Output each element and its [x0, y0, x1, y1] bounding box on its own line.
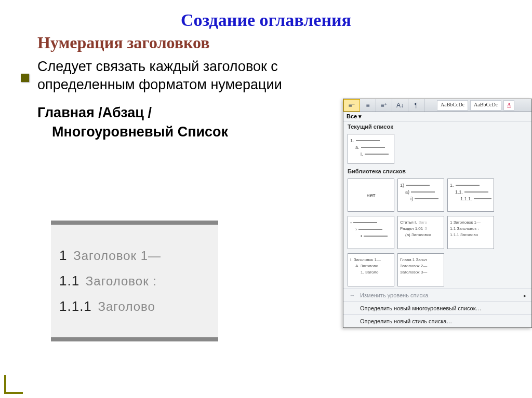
- corner-decoration: [4, 375, 23, 394]
- t21-b: ›: [355, 227, 357, 232]
- t22-c: (a) Заголовок: [405, 232, 431, 237]
- thumb-bullets[interactable]: ◦ › •: [348, 216, 394, 249]
- thumb-none-label: нет: [348, 179, 394, 211]
- ribbon-toolbar: ≡⁻ ≡ ≡⁺ A↓ ¶ AaBbCcDc AaBbCcDc A: [343, 99, 531, 112]
- t32-c: Заголовок 3—: [400, 270, 427, 275]
- sample-row-3: 1.1.1 Заголово: [59, 298, 215, 314]
- menu-define-new-multilevel[interactable]: Определить новый многоуровневый список…: [343, 301, 531, 314]
- thumb-article[interactable]: Статья I.Заго Раздел 1.01З (a) Заголовок: [397, 216, 444, 249]
- menu-change-level-label: Изменить уровень списка: [360, 292, 428, 298]
- define-list-icon: [349, 305, 356, 312]
- style-preview-1[interactable]: AaBbCcDc: [437, 100, 468, 111]
- t32-b: Заголовок 2—: [400, 264, 427, 268]
- thumb-roman-heading[interactable]: I. Заголовок 1— A. Заголово 1. Заголо: [348, 253, 394, 286]
- thumb-decimal[interactable]: 1. 1.1. 1.1.1.: [447, 179, 494, 212]
- cur-l1: 1.: [350, 138, 354, 143]
- multilevel-list-icon[interactable]: ≡⁻: [343, 99, 360, 112]
- t12-c: i): [410, 196, 413, 201]
- sample-num-2: 1.1: [59, 273, 79, 289]
- thumb-chapter[interactable]: Глава 1 Загол Заголовок 2— Заголовок 3—: [397, 253, 444, 286]
- t22-a: Статья I.: [400, 220, 417, 225]
- sample-text-2: Заголовок :: [86, 274, 157, 288]
- style-preview-3[interactable]: A: [503, 100, 514, 111]
- t12-a: 1): [400, 183, 404, 188]
- thumb-heading-decimal[interactable]: 1 Заголовок 1— 1.1 Заголовок : 1.1.1 Заг…: [447, 216, 494, 249]
- t23-b: 1.1 Заголовок :: [450, 226, 478, 231]
- t23-a: 1 Заголовок 1—: [450, 220, 481, 225]
- t13-a: 1.: [450, 183, 454, 188]
- thumb-none[interactable]: нет: [348, 179, 394, 212]
- path-line1: Главная /Абзац /: [37, 105, 152, 120]
- submenu-arrow-icon: ▸: [524, 293, 526, 298]
- style-preview-2[interactable]: AaBbCcDc: [470, 100, 501, 111]
- sort-icon[interactable]: A↓: [392, 99, 408, 112]
- increase-indent-icon[interactable]: ≡⁺: [376, 99, 392, 112]
- t21-c: •: [361, 234, 362, 239]
- sample-num-3: 1.1.1: [59, 298, 92, 314]
- section-current-list: Текущий список: [343, 121, 531, 132]
- t12-b: a): [405, 189, 409, 195]
- t13-c: 1.1.1.: [460, 196, 472, 201]
- t21-a: ◦: [350, 220, 352, 225]
- thumb-current[interactable]: 1. a. i.: [348, 134, 394, 164]
- t32-a: Глава 1 Загол: [400, 257, 427, 262]
- t22-b2: З: [424, 226, 427, 231]
- t31-a: I. Заголовок 1—: [350, 257, 381, 262]
- sample-text-1: Заголовок 1—: [73, 249, 161, 263]
- cur-l3: i.: [361, 152, 363, 157]
- sample-text-3: Заголово: [98, 299, 155, 313]
- menu-define-multilevel-label: Определить новый многоуровневый список…: [360, 305, 481, 311]
- t31-b: A. Заголово: [355, 264, 378, 268]
- section-library: Библиотека списков: [343, 166, 531, 176]
- t22-a2: Заго: [418, 220, 427, 225]
- menu-define-new-style[interactable]: Определить новый стиль списка…: [343, 314, 531, 327]
- cur-l2: a.: [355, 145, 360, 150]
- heading-sample-box: 1 Заголовок 1— 1.1 Заголовок : 1.1.1 Заг…: [51, 221, 218, 341]
- sample-num-1: 1: [59, 248, 67, 263]
- menu-change-level: ↔ Изменить уровень списка ▸: [343, 289, 531, 301]
- sample-row-2: 1.1 Заголовок :: [59, 273, 215, 289]
- sample-row-1: 1 Заголовок 1—: [59, 248, 215, 264]
- define-style-icon: [349, 318, 356, 325]
- decrease-indent-icon[interactable]: ≡: [360, 99, 376, 112]
- thumb-paren[interactable]: 1) a) i): [397, 179, 444, 212]
- change-level-icon: ↔: [349, 292, 356, 299]
- show-marks-icon[interactable]: ¶: [408, 99, 424, 112]
- path-line2: Многоуровневый Список: [52, 124, 228, 140]
- bullet-icon: [21, 74, 29, 82]
- multilevel-list-dropdown: ≡⁻ ≡ ≡⁺ A↓ ¶ AaBbCcDc AaBbCcDc A Все ▾ Т…: [343, 99, 532, 328]
- menu-define-style-label: Определить новый стиль списка…: [360, 318, 452, 324]
- slide-subtitle: Нумерация заголовков: [37, 33, 532, 52]
- t22-b: Раздел 1.01: [400, 226, 423, 231]
- slide-title: Создание оглавления: [0, 10, 532, 30]
- all-dropdown[interactable]: Все ▾: [343, 112, 531, 121]
- slide-body: Следует связать каждый заголовок с опред…: [37, 58, 308, 94]
- t13-b: 1.1.: [455, 189, 463, 195]
- t23-c: 1.1.1 Заголово: [450, 232, 478, 237]
- t31-c: 1. Заголо: [361, 270, 378, 275]
